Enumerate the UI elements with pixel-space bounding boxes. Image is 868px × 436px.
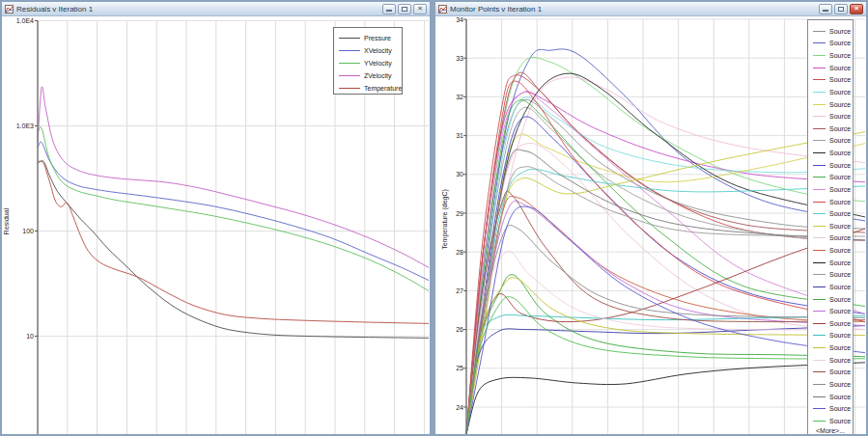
- legend-line-sample: [813, 250, 826, 251]
- tick-label: 31: [456, 132, 463, 139]
- close-button[interactable]: ×: [413, 4, 427, 14]
- legend-line-sample: [813, 226, 826, 227]
- tick-label: 26: [456, 326, 463, 333]
- legend-line-sample: [813, 421, 826, 422]
- legend-item: Source: [808, 25, 853, 38]
- legend-line-sample: [813, 262, 826, 263]
- legend-line-sample: [813, 311, 826, 312]
- legend-item: Source: [808, 232, 853, 245]
- tick-label: 25: [456, 365, 463, 371]
- series-line-source: [466, 150, 865, 434]
- legend-label: XVelocity: [364, 47, 392, 54]
- legend-item: Pressure: [334, 32, 402, 44]
- mdi-workspace: { "windows": { "left": { "title": "Resid…: [0, 0, 868, 436]
- legend-item: Source: [808, 86, 853, 98]
- legend-label: Source: [829, 418, 851, 424]
- restore-button[interactable]: [398, 4, 411, 14]
- legend-line-sample: [813, 335, 826, 336]
- legend-line-sample: [339, 75, 360, 76]
- legend-item: Source: [808, 269, 853, 282]
- legend-line-sample: [813, 371, 826, 372]
- legend-item: Source: [808, 402, 853, 415]
- legend-label: Source: [829, 296, 851, 303]
- legend-line-sample: [813, 274, 826, 275]
- legend-item: Source: [808, 257, 853, 269]
- legend-item: Source: [808, 110, 853, 123]
- titlebar-residuals[interactable]: Residuals v Iteration 1 ×: [2, 2, 430, 16]
- legend-item: Source: [808, 147, 853, 159]
- legend-line-sample: [339, 38, 360, 39]
- y-axis-label-temperature: Temperature (degC): [441, 185, 448, 255]
- legend-more[interactable]: <More>...: [808, 427, 853, 434]
- legend-label: Source: [829, 137, 851, 144]
- series-line-source: [466, 99, 865, 434]
- legend-label: Temperature: [364, 85, 402, 92]
- legend-label: Source: [829, 344, 851, 351]
- window-controls: ×: [819, 4, 863, 14]
- legend-label: Source: [829, 259, 851, 266]
- legend-item: Source: [808, 74, 853, 87]
- legend-label: Source: [829, 186, 851, 193]
- legend-label: Source: [829, 357, 851, 364]
- legend-item: Source: [808, 49, 853, 62]
- window-monitor-points: Monitor Points v Iteration 1 × 343332313…: [434, 0, 868, 436]
- series-line-source: [466, 117, 865, 434]
- series-line-source: [466, 49, 865, 434]
- legend-item: Source: [808, 207, 853, 220]
- legend-item: Source: [808, 378, 853, 391]
- legend-line-sample: [813, 360, 826, 361]
- series-line-source: [466, 326, 865, 434]
- series-line-source: [466, 77, 865, 434]
- monitor-points-legend: SourceSourceSourceSourceSourceSourceSour…: [807, 19, 854, 434]
- legend-item: Source: [808, 341, 853, 354]
- legend-line-sample: [813, 384, 826, 385]
- legend-label: Source: [829, 223, 851, 230]
- legend-label: Source: [829, 271, 851, 278]
- legend-item: Source: [808, 38, 853, 50]
- legend-item: YVelocity: [334, 57, 402, 69]
- series-line-source: [466, 81, 865, 434]
- legend-line-sample: [339, 50, 360, 51]
- tick-label: 24: [456, 404, 463, 411]
- legend-label: Source: [829, 113, 851, 120]
- legend-item: Source: [808, 354, 853, 367]
- legend-label: Source: [829, 199, 851, 205]
- minimize-icon: [386, 10, 392, 12]
- series-line-source: [466, 97, 865, 434]
- legend-line-sample: [813, 116, 826, 117]
- legend-item: Source: [808, 220, 853, 232]
- series-line-source: [466, 73, 865, 434]
- legend-item: Source: [808, 330, 853, 342]
- restore-button[interactable]: [834, 4, 848, 14]
- legend-item: Source: [808, 305, 853, 317]
- legend-label: Source: [829, 162, 851, 169]
- titlebar-monitor-points[interactable]: Monitor Points v Iteration 1 ×: [435, 2, 866, 16]
- legend-item: Temperature: [334, 82, 402, 95]
- legend-label: Source: [829, 320, 851, 327]
- minimize-button[interactable]: [819, 4, 832, 14]
- tick-label: 28: [456, 249, 463, 256]
- series-line-source: [466, 100, 865, 434]
- legend-item: XVelocity: [334, 44, 402, 57]
- legend-label: Source: [829, 174, 851, 180]
- legend-label: Source: [829, 381, 851, 388]
- legend-item: Source: [808, 293, 853, 306]
- legend-item: Source: [808, 244, 853, 257]
- close-button[interactable]: ×: [850, 4, 863, 14]
- restore-icon: [402, 7, 407, 12]
- legend-line-sample: [813, 31, 826, 32]
- chart-window-icon: [438, 5, 447, 14]
- legend-label: Source: [829, 405, 851, 412]
- series-line-yvelocity: [38, 127, 429, 291]
- legend-line-sample: [339, 88, 360, 89]
- legend-label: Source: [829, 210, 851, 217]
- legend-item: Source: [808, 196, 853, 208]
- legend-label: Source: [829, 150, 851, 156]
- legend-line-sample: [813, 323, 826, 324]
- legend-label: Source: [829, 76, 851, 83]
- legend-item: Source: [808, 159, 853, 172]
- legend-item: Source: [808, 367, 853, 379]
- series-line-pressure: [38, 161, 429, 339]
- minimize-button[interactable]: [382, 4, 396, 14]
- tick-label: 34: [456, 16, 463, 23]
